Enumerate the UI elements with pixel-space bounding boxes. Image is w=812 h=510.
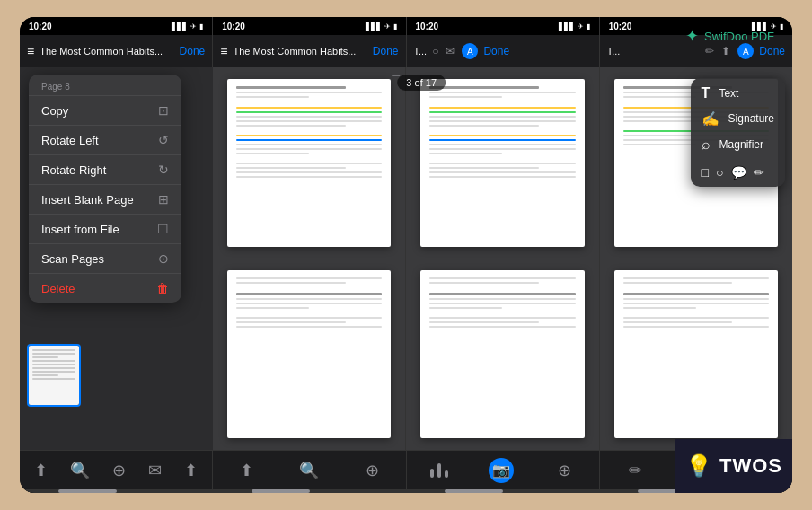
pdf-line (429, 125, 539, 127)
status-bars: 10:20 ▋▋▋✈▮ 10:20 ▋▋▋✈▮ 10:20 ▋▋▋✈▮ 10:2… (20, 17, 792, 35)
thumb-line-2 (32, 353, 75, 355)
pencil-icon-4[interactable]: ✏ (625, 457, 646, 484)
mail-icon-1[interactable]: ✉ (145, 457, 165, 484)
doc-panel-1[interactable]: — (213, 67, 406, 259)
share-icon-2[interactable]: ⬆ (236, 457, 257, 484)
done-button-4[interactable]: Done (759, 45, 785, 57)
mixer-icon[interactable] (430, 463, 448, 478)
status-bar-2: 10:20 ▋▋▋✈▮ (213, 17, 406, 35)
scroll-track-1 (20, 489, 213, 493)
pdf-line (236, 167, 346, 169)
pdf-line (236, 116, 382, 118)
mixer-bar-3 (445, 470, 448, 478)
page-thumbnail[interactable] (27, 344, 81, 407)
search-icon-2[interactable]: 🔍 (296, 457, 322, 484)
rect-tool-icon[interactable]: □ (702, 165, 709, 180)
pdf-label-1: — (392, 71, 400, 80)
insert-blank-icon: ⊞ (158, 192, 169, 207)
done-button-2[interactable]: Done (373, 45, 399, 57)
bottom-toolbar-3: 📷 ⊕ (407, 451, 600, 489)
status-bar-3: 10:20 ▋▋▋✈▮ (407, 17, 600, 35)
action-icon-share[interactable]: ⬆ (721, 45, 730, 57)
camera-icon-3[interactable]: 📷 (489, 458, 514, 483)
twos-logo: 💡 TWOS (675, 439, 792, 493)
add-circle-icon-3[interactable]: ⊕ (554, 457, 575, 484)
title-bar-2: ≡ The Most Common Habits... Done (213, 35, 406, 67)
action-icon-comment[interactable]: ✉ (446, 45, 455, 57)
context-menu-insert-file[interactable]: Insert from File ☐ (29, 214, 181, 243)
active-tool-indicator: A (462, 43, 478, 59)
pdf-line (236, 135, 382, 136)
pdf-line (429, 171, 575, 173)
annotation-signature-label: Signature (728, 112, 774, 125)
title-icon-3: T... (414, 46, 428, 57)
mixer-bar-2 (437, 463, 441, 478)
rotate-left-icon: ↺ (158, 133, 169, 147)
upload-icon-1[interactable]: ⬆ (181, 457, 201, 484)
action-icon-circle[interactable]: ○ (432, 45, 438, 57)
thumb-line-6 (32, 367, 75, 369)
twos-bulb-icon: 💡 (685, 453, 712, 479)
share-icon-1[interactable]: ⬆ (31, 457, 51, 484)
doc-panel-4[interactable] (213, 259, 406, 451)
sidebar-toggle-icon-2[interactable]: ≡ (220, 44, 227, 58)
pdf-line (623, 321, 733, 323)
pdf-page-1 (227, 79, 391, 247)
pdf-line (623, 277, 769, 279)
context-menu-rotate-right[interactable]: Rotate Right ↻ (29, 154, 181, 184)
annotation-magnifier-item[interactable]: ⌕ Magnifier (702, 136, 774, 153)
doc-panel-6[interactable] (600, 259, 792, 451)
thumb-line-4 (32, 360, 75, 362)
comment-tool-icon[interactable]: 💬 (731, 165, 746, 180)
pdf-line (429, 120, 575, 122)
annotation-toolbar: T Text ✍ Signature ⌕ Magnifier □ (691, 78, 785, 187)
annotation-signature-item[interactable]: ✍ Signature (702, 110, 774, 128)
magnifier-annotation-icon: ⌕ (702, 136, 710, 153)
pdf-line (429, 92, 575, 93)
done-button-1[interactable]: Done (180, 45, 206, 57)
pdf-line (429, 153, 502, 154)
pdf-line (429, 307, 502, 309)
doc-panel-5[interactable] (406, 259, 599, 451)
pdf-page-2 (420, 79, 584, 247)
thumb-line-1 (32, 349, 75, 351)
context-menu-copy[interactable]: Copy ⊡ (29, 95, 181, 125)
doc-panel-3[interactable]: T Text ✍ Signature ⌕ Magnifier □ (600, 67, 792, 259)
pdf-line (236, 148, 382, 150)
scroll-track-3 (406, 489, 599, 493)
scroll-thumb-3 (445, 489, 503, 493)
pdf-line (429, 298, 575, 300)
pdf-line (429, 96, 502, 98)
location-icon-2[interactable]: ⊕ (362, 457, 383, 484)
doc-panels: — (213, 67, 792, 450)
sidebar-toggle-icon-1[interactable]: ≡ (27, 44, 34, 58)
pdf-line (236, 307, 309, 309)
done-button-3[interactable]: Done (483, 45, 509, 57)
pdf-line (623, 326, 769, 328)
add-icon-1[interactable]: ⊕ (109, 457, 129, 484)
left-panel: Page 8 Copy ⊡ Rotate Left ↺ Rotate Right… (20, 67, 213, 450)
search-icon-1[interactable]: 🔍 (66, 457, 93, 484)
context-menu-insert-blank[interactable]: Insert Blank Page ⊞ (29, 184, 181, 214)
context-menu-insert-blank-label: Insert Blank Page (41, 193, 134, 207)
pdf-line (236, 86, 346, 89)
pdf-line (623, 317, 769, 319)
pdf-line (429, 176, 575, 178)
context-menu-rotate-left[interactable]: Rotate Left ↺ (29, 125, 181, 154)
circle-tool-icon[interactable]: ○ (716, 165, 723, 180)
pencil-tool-icon[interactable]: ✏ (754, 165, 764, 180)
title-bar-1: ≡ The Most Common Habits... Done (20, 35, 213, 67)
context-menu-scan[interactable]: Scan Pages ⊙ (29, 243, 181, 273)
pdf-page-6 (614, 270, 778, 438)
pdf-line (236, 111, 382, 113)
status-bar-1: 10:20 ▋▋▋✈▮ (20, 17, 213, 35)
pdf-line (236, 153, 309, 154)
context-menu-header: Page 8 (29, 75, 181, 95)
thumb-line-8 (32, 374, 58, 376)
annotation-magnifier-label: Magnifier (719, 138, 763, 151)
title-bar-actions-3: ○ ✉ A (432, 43, 478, 59)
action-icon-edit[interactable]: ✏ (705, 45, 714, 57)
annotation-text-item[interactable]: T Text (702, 85, 774, 101)
doc-panel-2[interactable] (406, 67, 599, 259)
context-menu-delete[interactable]: Delete 🗑 (29, 273, 181, 303)
